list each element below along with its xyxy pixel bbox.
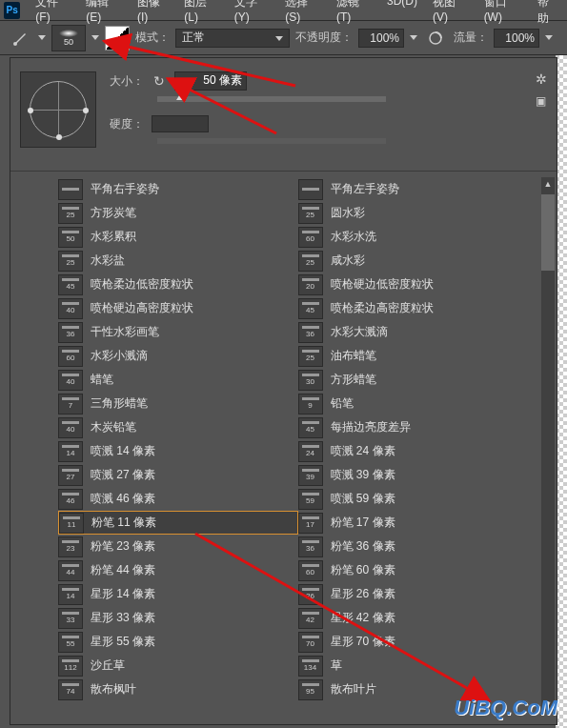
brush-preset-item[interactable]: 112沙丘草 [58,654,298,677]
paint-mode-icon[interactable] [105,26,130,51]
brush-name: 星形 70 像素 [331,634,395,650]
pressure-opacity-icon[interactable] [423,26,448,51]
scroll-up-icon[interactable]: ▲ [541,177,555,191]
brush-preview-chevron-icon[interactable] [91,29,99,48]
brush-thumb-icon: 27 [58,465,83,486]
brush-preset-item[interactable]: 27喷溅 27 像素 [58,463,298,487]
brush-preset-item[interactable]: 40蜡笔 [58,368,298,392]
brush-preset-item[interactable]: 40喷枪硬边高密度粒状 [58,296,298,320]
opacity-chevron-icon[interactable] [410,29,417,48]
brush-preset-item[interactable]: 17粉笔 17 像素 [298,511,538,535]
menu-item[interactable]: 图像(I) [130,0,176,29]
brush-preset-item[interactable]: 36水彩大溅滴 [298,320,538,344]
menu-item[interactable]: 帮助 [530,0,567,29]
scroll-thumb[interactable] [541,194,555,271]
brush-thumb-icon: 50 [58,227,83,248]
opacity-label: 不透明度： [295,30,353,46]
brush-name: 粉笔 44 像素 [91,562,155,578]
brush-thumb-icon: 95 [298,679,323,700]
menu-item[interactable]: 选择(S) [277,0,329,29]
brush-preset-item[interactable]: 25油布蜡笔 [298,344,538,368]
brush-preset-item[interactable]: 25方形炭笔 [58,201,298,225]
new-preset-icon[interactable]: ▣ [536,94,547,108]
brush-thumb-icon: 40 [58,370,83,391]
brush-thumb-icon: 25 [298,203,323,224]
brush-preset-item[interactable]: 60粉笔 60 像素 [298,558,538,582]
menu-item[interactable]: 窗口(W) [476,0,531,29]
brush-preset-item[interactable]: 44粉笔 44 像素 [58,558,298,582]
flow-chevron-icon[interactable] [545,29,553,48]
brush-preset-item[interactable]: 74散布枫叶 [58,677,298,701]
menu-item[interactable]: 图层(L) [176,0,226,29]
brush-name: 喷溅 59 像素 [331,491,395,507]
brush-thumb-icon: 36 [58,322,83,343]
brush-preset-item[interactable]: 60水彩水洗 [298,225,538,249]
brush-name: 铅笔 [331,395,354,412]
brush-preset-item[interactable]: 134草 [298,654,538,677]
brush-preview[interactable]: 50 [51,25,86,51]
brush-preset-item[interactable]: 26星形 26 像素 [298,582,538,606]
brush-preset-item[interactable]: 45每描边亮度差异 [298,415,538,439]
brush-preset-item[interactable]: 11粉笔 11 像素 [58,511,298,535]
brush-preset-item[interactable]: 24喷溅 24 像素 [298,439,538,463]
menu-item[interactable]: 编辑(E) [78,0,130,29]
brush-thumb-icon: 45 [298,298,323,319]
brush-thumb-icon: 70 [298,632,323,653]
brush-preset-item[interactable]: 33星形 33 像素 [58,606,298,630]
blend-mode-dropdown[interactable]: 正常 [175,29,290,48]
brush-preset-item[interactable]: 45喷枪柔边低密度粒状 [58,273,298,296]
brush-thumb-icon: 36 [298,536,323,557]
size-input[interactable]: 50 像素 [174,71,247,91]
brush-preset-item[interactable]: 45喷枪柔边高密度粒状 [298,296,538,320]
brush-preset-item[interactable]: 40木炭铅笔 [58,415,298,439]
brush-name: 平角左手姿势 [331,181,399,197]
brush-preset-item[interactable]: 平角右手姿势 [58,177,298,201]
size-slider[interactable] [157,96,386,102]
brush-preset-item[interactable]: 55星形 55 像素 [58,630,298,654]
panel-menu-icon[interactable]: ✲ [536,71,547,87]
menu-item[interactable]: 3D(D) [379,0,425,29]
menu-item[interactable]: 滤镜(T) [329,0,379,29]
brush-name: 粉笔 60 像素 [331,562,395,578]
brush-preset-item[interactable]: 平角左手姿势 [298,177,538,201]
brush-thumb-icon: 39 [298,465,323,486]
opacity-input[interactable]: 100% [358,29,404,48]
hardness-input[interactable] [152,115,209,132]
brush-thumb-icon: 60 [298,227,323,248]
brush-preset-item[interactable]: 14星形 14 像素 [58,582,298,606]
brush-name: 喷枪柔边高密度粒状 [331,300,434,316]
brush-preset-item[interactable]: 42星形 42 像素 [298,606,538,630]
brush-preset-item[interactable]: 39喷溅 39 像素 [298,463,538,487]
brush-preset-item[interactable]: 60水彩小溅滴 [58,344,298,368]
brush-name: 三角形蜡笔 [91,395,148,412]
brush-preset-item[interactable]: 25咸水彩 [298,249,538,273]
brush-preset-item[interactable]: 36干性水彩画笔 [58,320,298,344]
brush-preset-item[interactable]: 70星形 70 像素 [298,630,538,654]
brush-tool-icon[interactable] [8,26,32,51]
brush-name: 散布叶片 [331,681,376,698]
flow-input[interactable]: 100% [494,29,539,48]
brush-thumb-icon: 25 [58,203,83,224]
brush-preset-item[interactable]: 46喷溅 46 像素 [58,487,298,511]
tool-chevron-icon[interactable] [38,29,46,48]
brush-preset-item[interactable]: 36粉笔 36 像素 [298,535,538,558]
brush-preset-item[interactable]: 7三角形蜡笔 [58,392,298,415]
hardness-slider[interactable] [157,138,386,144]
brush-preset-item[interactable]: 23粉笔 23 像素 [58,535,298,558]
menu-item[interactable]: 视图(V) [425,0,476,29]
brush-preset-item[interactable]: 9铅笔 [298,392,538,415]
brush-preset-item[interactable]: 59喷溅 59 像素 [298,487,538,511]
brush-preset-item[interactable]: 25圆水彩 [298,201,538,225]
brush-list-scrollbar[interactable]: ▲ ▼ [541,177,555,711]
brush-tip-shape[interactable] [20,71,96,148]
brush-preset-item[interactable]: 25水彩盐 [58,249,298,273]
brush-preset-item[interactable]: 20喷枪硬边低密度粒状 [298,273,538,296]
menu-item[interactable]: 文字(Y) [227,0,278,29]
brush-preset-item[interactable]: 50水彩累积 [58,225,298,249]
brush-thumb-icon [58,179,83,200]
brush-list: 平角右手姿势25方形炭笔50水彩累积25水彩盐45喷枪柔边低密度粒状40喷枪硬边… [10,172,557,724]
reset-icon[interactable]: ↻ [152,73,167,89]
brush-thumb-icon: 40 [58,298,83,319]
brush-preset-item[interactable]: 30方形蜡笔 [298,368,538,392]
brush-preset-item[interactable]: 14喷溅 14 像素 [58,439,298,463]
